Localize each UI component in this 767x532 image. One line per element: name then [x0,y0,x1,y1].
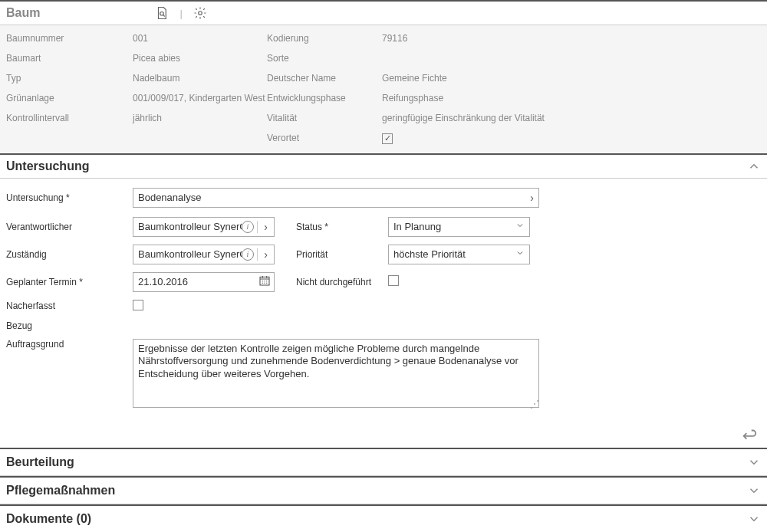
termin-datepicker[interactable]: 21.10.2016 [133,272,275,292]
chevron-right-icon: › [257,221,271,233]
baumnummer-label: Baumnummer [6,33,133,44]
baumnummer-value: 001 [133,33,267,44]
verortet-label: Verortet [267,133,382,144]
entwicklung-value: Reifungsphase [382,93,761,103]
untersuchung-footer [0,422,767,448]
pflegemassnahmen-section: Pflegemaßnahmen [0,476,767,504]
dokumente-header[interactable]: Dokumente (0) [0,506,767,533]
chevron-down-icon [515,221,525,232]
zustaendig-label: Zuständig [6,249,133,260]
kodierung-label: Kodierung [267,33,382,44]
typ-label: Typ [6,73,133,84]
nacherfasst-cell [133,300,275,313]
status-value: In Planung [393,221,441,232]
verantwortlicher-value: Baumkontrolleur SynerGIS [138,221,242,232]
verantwortlicher-picker[interactable]: Baumkontrolleur SynerGIS i › [133,217,275,237]
kodierung-value: 79116 [382,33,761,44]
baum-header: Baum | [0,2,767,25]
baum-title: Baum [6,6,40,20]
typ-value: Nadelbaum [133,73,267,84]
chevron-down-icon [747,484,761,498]
svg-point-1 [199,11,202,15]
untersuchung-lookup[interactable]: Bodenanalyse › [133,188,539,208]
vitalitaet-value: geringfügige Einschränkung der Vitalität [382,113,551,123]
chevron-up-icon [747,159,761,173]
untersuchung-section: Untersuchung Untersuchung * Bodenanalyse… [0,153,767,448]
dokumente-title: Dokumente (0) [6,512,91,526]
verantwortlicher-label: Verantwortlicher [6,222,133,232]
kontroll-label: Kontrollintervall [6,113,133,123]
nicht-durchgefuehrt-checkbox[interactable] [388,275,399,286]
sorte-label: Sorte [267,53,382,64]
info-icon[interactable]: i [242,248,254,261]
nacherfasst-label: Nacherfasst [6,300,133,311]
chevron-down-icon [515,248,525,260]
untersuchung-title: Untersuchung [6,159,89,173]
prioritaet-select[interactable]: höchste Priorität [388,245,530,264]
zustaendig-row: Zuständig Baumkontrolleur SynerGIS i › P… [6,245,761,264]
untersuchung-lookup-value: Bodenanalyse [138,192,201,203]
nicht-durchgefuehrt-cell [388,275,542,288]
termin-row: Geplanter Termin * 21.10.2016 Nicht durc… [6,272,761,292]
termin-label: Geplanter Termin * [6,277,133,287]
resize-handle-icon: ⋰ [530,402,538,406]
calendar-icon[interactable] [258,274,271,289]
nicht-durchgefuehrt-label: Nicht durchgeführt [296,277,388,287]
chevron-down-icon [747,512,761,526]
status-select[interactable]: In Planung [388,217,530,237]
untersuchung-row: Untersuchung * Bodenanalyse › [6,188,761,208]
bezug-label: Bezug [6,320,133,331]
sorte-value [382,53,761,64]
beurteilung-section: Beurteilung [0,448,767,476]
beurteilung-header[interactable]: Beurteilung [0,449,767,476]
prioritaet-value: höchste Priorität [393,248,466,260]
auftragsgrund-row: Auftragsgrund Ergebnisse der letzten Kon… [6,339,761,408]
baum-section: Baum | Baumnummer 001 Kodierung 79116 Ba… [0,0,767,153]
baum-info-grid: Baumnummer 001 Kodierung 79116 Baumart P… [0,25,767,153]
return-icon[interactable] [741,426,758,443]
gruenanlage-value: 001/009/017, Kindergarten West [133,93,267,103]
pflegemassnahmen-header[interactable]: Pflegemaßnahmen [0,478,767,504]
deutscher-value: Gemeine Fichte [382,73,761,84]
untersuchung-field-label: Untersuchung * [6,192,133,203]
auftragsgrund-label: Auftragsgrund [6,339,133,350]
untersuchung-form: Untersuchung * Bodenanalyse › Verantwort… [0,179,767,422]
dokumente-section: Dokumente (0) [0,504,767,533]
gruenanlage-label: Grünanlage [6,93,133,103]
verantwortlicher-row: Verantwortlicher Baumkontrolleur SynerGI… [6,217,761,237]
chevron-right-icon: › [530,192,534,204]
status-label: Status * [296,222,388,232]
baumart-label: Baumart [6,53,133,64]
chevron-down-icon [747,455,761,469]
auftragsgrund-textarea[interactable]: Ergebnisse der letzten Kontrolle zeigen … [133,339,539,408]
info-icon[interactable]: i [242,221,254,233]
entwicklung-label: Entwicklungsphase [267,93,382,103]
termin-value: 21.10.2016 [138,276,258,287]
gear-icon[interactable] [193,6,207,20]
document-search-icon[interactable] [155,6,169,20]
auftragsgrund-value: Ergebnisse der letzten Kontrolle zeigen … [138,343,518,380]
untersuchung-header[interactable]: Untersuchung [0,155,767,179]
verortet-value: ✓ [382,133,761,144]
zustaendig-value: Baumkontrolleur SynerGIS [138,248,242,260]
pflegemassnahmen-title: Pflegemaßnahmen [6,484,115,498]
verortet-checkbox[interactable]: ✓ [382,133,393,144]
bezug-row: Bezug [6,320,761,331]
chevron-right-icon: › [257,248,271,261]
vitalitaet-label: Vitalität [267,113,382,123]
prioritaet-label: Priorität [296,249,388,260]
svg-point-0 [160,12,164,16]
deutscher-label: Deutscher Name [267,73,382,84]
beurteilung-title: Beurteilung [6,455,74,469]
kontroll-value: jährlich [133,113,267,123]
nacherfasst-checkbox[interactable] [133,300,143,310]
nacherfasst-row: Nacherfasst [6,300,761,313]
baum-header-icons: | [155,6,206,20]
zustaendig-picker[interactable]: Baumkontrolleur SynerGIS i › [133,245,275,264]
baumart-value: Picea abies [133,53,267,64]
